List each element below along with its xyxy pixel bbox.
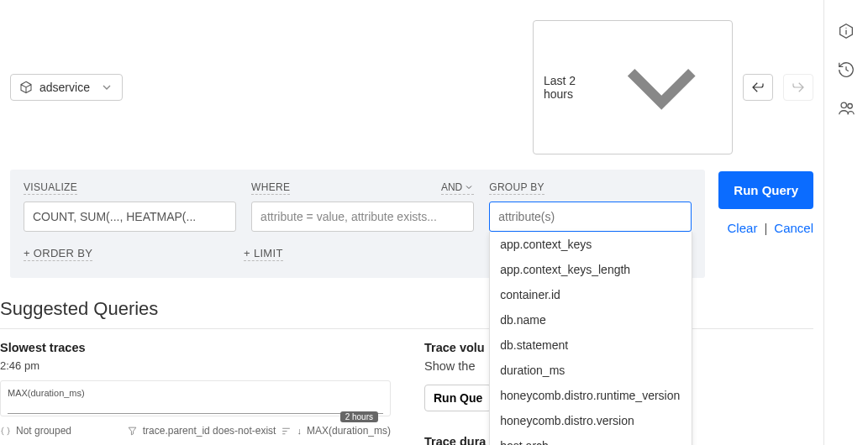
dropdown-item[interactable]: duration_ms (490, 358, 692, 383)
dropdown-item[interactable]: db.name (490, 307, 692, 332)
visualize-label: VISUALIZE (24, 181, 77, 195)
team-icon[interactable] (837, 99, 855, 118)
dropdown-item[interactable]: host.arch (490, 433, 692, 445)
clear-link[interactable]: Clear (728, 221, 758, 235)
dropdown-item[interactable]: honeycomb.distro.version (490, 408, 692, 433)
cancel-link[interactable]: Cancel (774, 221, 813, 235)
time-range-label: Last 2 hours (544, 74, 589, 101)
visualize-input[interactable]: COUNT, SUM(..., HEATMAP(... (24, 202, 236, 232)
reply-arrow-right-icon (791, 80, 806, 95)
time-range-selector[interactable]: Last 2 hours (533, 20, 733, 154)
svg-point-1 (841, 102, 846, 107)
sort-text: MAX(duration_ms) (307, 425, 391, 437)
groupby-dropdown: app.context_keys app.context_keys_length… (489, 232, 692, 445)
run-query-button[interactable]: Run Query (718, 171, 813, 209)
chevron-down-icon (100, 81, 113, 94)
reply-arrow-left-icon (750, 80, 765, 95)
braces-icon (0, 426, 11, 437)
groupby-label: GROUP BY (489, 181, 544, 195)
divider: | (764, 221, 767, 235)
right-sidebar (823, 0, 868, 445)
info-icon[interactable] (837, 22, 855, 40)
dropdown-item[interactable]: db.statement (490, 332, 692, 358)
query-builder: VISUALIZE COUNT, SUM(..., HEATMAP(... WH… (10, 170, 705, 278)
svg-point-2 (848, 104, 853, 109)
run-query-trace-volume[interactable]: Run Que (424, 385, 492, 411)
service-name: adservice (39, 81, 90, 94)
service-selector[interactable]: adservice (10, 74, 123, 101)
nav-back-button[interactable] (743, 74, 773, 101)
dropdown-item[interactable]: app.context_keys (490, 232, 692, 257)
chart-range-tag: 2 hours (340, 411, 378, 422)
where-input[interactable]: attribute = value, attribute exists... (251, 202, 474, 232)
dropdown-item[interactable]: container.id (490, 282, 692, 307)
history-icon[interactable] (837, 60, 855, 79)
where-label: WHERE (251, 181, 290, 195)
and-toggle[interactable]: AND (441, 181, 474, 195)
chevron-down-icon (464, 182, 474, 192)
slowest-traces-chart[interactable]: MAX(duration_ms) 2 hours (0, 380, 391, 416)
dropdown-item[interactable]: app.context_keys_length (490, 257, 692, 282)
nav-forward-button (783, 74, 813, 101)
filter-text: trace.parent_id does-not-exist (143, 425, 276, 437)
order-by-button[interactable]: + ORDER BY (24, 247, 92, 261)
filter-icon (127, 426, 138, 437)
cube-icon (19, 81, 33, 94)
chevron-down-icon (601, 27, 722, 148)
slowest-traces-heading: Slowest traces (0, 341, 391, 354)
chart-y-label: MAX(duration_ms) (8, 388, 383, 398)
limit-button[interactable]: + LIMIT (244, 247, 283, 261)
groupby-input[interactable] (489, 202, 692, 232)
not-grouped-label: Not grouped (16, 425, 71, 437)
slowest-traces-time: 2:46 pm (0, 359, 391, 372)
sort-icon (281, 426, 292, 437)
dropdown-item[interactable]: honeycomb.distro.runtime_version (490, 383, 692, 408)
